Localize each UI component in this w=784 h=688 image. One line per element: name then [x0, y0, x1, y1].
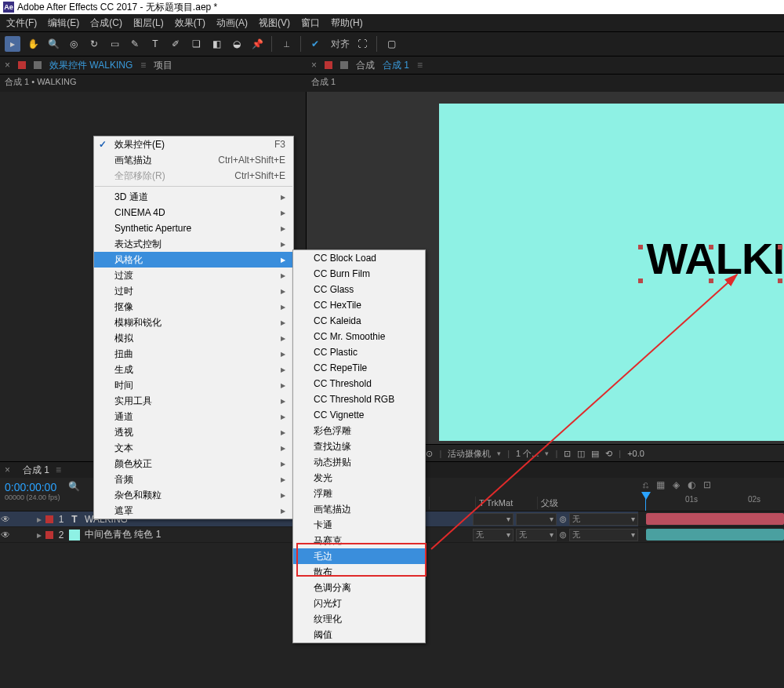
- menu-item[interactable]: 杂色和颗粒▶: [94, 487, 293, 503]
- menu-item[interactable]: 纹理化: [293, 611, 425, 627]
- menu-item[interactable]: Synthetic Aperture▶: [94, 220, 293, 236]
- tl-icon[interactable]: ◈: [673, 479, 680, 490]
- menu-item[interactable]: 窗口: [301, 16, 320, 30]
- menu-item[interactable]: CC Threshold RGB: [293, 391, 425, 407]
- trkmat-drop[interactable]: ▾: [516, 513, 557, 526]
- tl-icon[interactable]: ⎌: [643, 479, 648, 490]
- menu-item[interactable]: 彩色浮雕: [293, 423, 425, 439]
- time-icon[interactable]: ⊙: [426, 449, 433, 459]
- menu-item[interactable]: 过渡▶: [94, 268, 293, 283]
- pen-tool[interactable]: ✎: [127, 36, 143, 52]
- clone-tool[interactable]: ❏: [188, 36, 204, 52]
- menu-item[interactable]: 颜色校正▶: [94, 456, 293, 471]
- parent-pick-icon[interactable]: ⊚: [559, 530, 567, 541]
- text-layer-walking[interactable]: WALKI: [647, 233, 784, 284]
- stylize-submenu[interactable]: CC Block LoadCC Burn FilmCC GlassCC HexT…: [292, 249, 426, 643]
- search-icon[interactable]: 🔍: [68, 481, 79, 492]
- snap-opt-icon[interactable]: ⛶: [354, 36, 370, 52]
- menu-item[interactable]: 透视▶: [94, 424, 293, 440]
- menu-item[interactable]: 时间▶: [94, 377, 293, 393]
- menu-item[interactable]: 卡通: [293, 517, 425, 533]
- tl-icon[interactable]: ⊡: [703, 479, 711, 490]
- menu-item[interactable]: 图层(L): [133, 16, 164, 30]
- trkmat-drop[interactable]: 无▾: [516, 529, 557, 541]
- menu-item[interactable]: CC Burn Film: [293, 266, 425, 282]
- layer-color[interactable]: [45, 515, 53, 523]
- menu-item[interactable]: 文件(F): [6, 16, 37, 30]
- menu-item[interactable]: 帮助(H): [331, 16, 363, 30]
- menu-item[interactable]: 效果(T): [175, 16, 205, 30]
- menu-item[interactable]: 合成(C): [90, 16, 122, 30]
- menu-item[interactable]: 文本▶: [94, 440, 293, 456]
- menu-item[interactable]: CC Block Load: [293, 250, 425, 266]
- current-timecode[interactable]: 0:00:00:00 00000 (24.00 fps): [0, 478, 65, 511]
- anchor-tool[interactable]: ▭: [107, 36, 122, 52]
- layer-name[interactable]: 中间色青色 纯色 1: [82, 528, 257, 541]
- snap-checkbox[interactable]: ✔: [307, 36, 323, 52]
- local-axis-icon[interactable]: ⟂: [278, 36, 294, 52]
- mode-drop[interactable]: 无▾: [473, 529, 514, 541]
- brush-tool[interactable]: ✐: [168, 36, 183, 52]
- menu-item[interactable]: CC Mr. Smoothie: [293, 329, 425, 344]
- visibility-toggle[interactable]: 👁: [0, 514, 11, 525]
- menu-item[interactable]: 通道▶: [94, 409, 293, 424]
- vf-icon[interactable]: ◫: [577, 449, 585, 459]
- menu-item[interactable]: 过时▶: [94, 283, 293, 299]
- menu-item[interactable]: 模糊和锐化▶: [94, 315, 293, 330]
- panel-lock-icon[interactable]: [34, 61, 42, 69]
- menu-item[interactable]: 音频▶: [94, 471, 293, 487]
- parent-pick-icon[interactable]: ⊚: [559, 514, 567, 525]
- effects-context-menu[interactable]: ✓效果控件(E)F3画笔描边Ctrl+Alt+Shift+E全部移除(R)Ctr…: [93, 136, 294, 519]
- comp-canvas[interactable]: WALKI: [439, 104, 784, 441]
- menu-item[interactable]: 实用工具▶: [94, 393, 293, 409]
- panel-lock-icon[interactable]: [340, 61, 348, 69]
- fill-icon[interactable]: ▢: [383, 36, 399, 52]
- puppet-tool[interactable]: 📌: [249, 36, 265, 52]
- camera-drop[interactable]: 活动摄像机: [448, 448, 491, 460]
- menu-item[interactable]: 扭曲▶: [94, 346, 293, 362]
- menu-item[interactable]: 遮罩▶: [94, 503, 293, 519]
- menu-item[interactable]: 动态拼贴: [293, 454, 425, 470]
- views-drop[interactable]: 1 个...: [516, 448, 539, 460]
- menu-item[interactable]: 全部移除(R)Ctrl+Shift+E: [94, 168, 293, 184]
- menu-item[interactable]: 抠像▶: [94, 299, 293, 315]
- exposure-value[interactable]: +0.0: [627, 449, 644, 458]
- menu-item[interactable]: 浮雕: [293, 486, 425, 501]
- menu-item[interactable]: CINEMA 4D▶: [94, 205, 293, 220]
- tl-icon[interactable]: ◐: [688, 479, 695, 490]
- menu-item[interactable]: 视图(V): [259, 16, 290, 30]
- layer-color[interactable]: [45, 531, 53, 539]
- menu-item[interactable]: 风格化▶: [94, 252, 293, 268]
- hand-tool[interactable]: ✋: [25, 36, 41, 52]
- vf-icon[interactable]: ▤: [591, 449, 599, 459]
- menu-item[interactable]: ✓效果控件(E)F3: [94, 137, 293, 152]
- timeline-comp-tab[interactable]: 合成 1: [23, 464, 49, 477]
- parent-drop[interactable]: 无▾: [569, 529, 638, 541]
- menu-item[interactable]: 3D 通道▶: [94, 189, 293, 205]
- visibility-toggle[interactable]: 👁: [0, 530, 11, 541]
- expand-arrow[interactable]: ▸: [34, 530, 44, 541]
- type-tool[interactable]: T: [147, 36, 163, 52]
- menu-item[interactable]: 查找边缘: [293, 439, 425, 454]
- menu-item[interactable]: CC Glass: [293, 282, 425, 297]
- menu-item[interactable]: 闪光灯: [293, 595, 425, 611]
- menu-item[interactable]: 编辑(E): [48, 16, 79, 30]
- menu-bar[interactable]: 文件(F)编辑(E)合成(C)图层(L)效果(T)动画(A)视图(V)窗口帮助(…: [0, 14, 784, 31]
- menu-item[interactable]: CC Kaleida: [293, 313, 425, 329]
- roto-brush-tool[interactable]: ◒: [229, 36, 245, 52]
- expand-arrow[interactable]: ▸: [34, 514, 44, 525]
- menu-item[interactable]: 阈值: [293, 627, 425, 642]
- selection-tool[interactable]: ▸: [5, 36, 20, 52]
- vf-icon[interactable]: ⊡: [564, 449, 571, 459]
- menu-item[interactable]: CC HexTile: [293, 297, 425, 313]
- orbit-tool[interactable]: ◎: [66, 36, 82, 52]
- vf-icon[interactable]: ⟲: [605, 449, 612, 459]
- zoom-tool[interactable]: 🔍: [45, 36, 61, 52]
- menu-item[interactable]: 表达式控制▶: [94, 236, 293, 252]
- menu-item[interactable]: 马赛克: [293, 533, 425, 548]
- menu-item[interactable]: 画笔描边Ctrl+Alt+Shift+E: [94, 152, 293, 168]
- menu-item[interactable]: CC RepeTile: [293, 360, 425, 376]
- rotate-tool[interactable]: ↻: [86, 36, 102, 52]
- menu-item[interactable]: 发光: [293, 470, 425, 486]
- parent-drop[interactable]: 无▾: [569, 513, 638, 526]
